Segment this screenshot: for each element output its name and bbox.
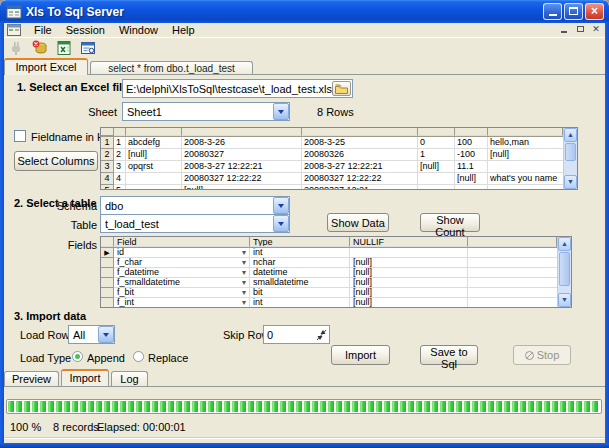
excel-grid-row[interactable]: 11abcdefg2008-3-262008-3-250100hello,man — [101, 137, 563, 149]
grid-cell: hello,man — [488, 137, 563, 149]
grid-cell — [488, 161, 563, 173]
tab-log[interactable]: Log — [111, 371, 148, 386]
grid-cell: what's you name — [488, 173, 563, 185]
grid-cell — [126, 173, 182, 185]
grid-cell: 2008-3-25 — [302, 137, 418, 149]
excel-grid-scrollbar[interactable]: ▲ ▼ — [563, 128, 577, 189]
excel-grid-row[interactable]: 55...[null]20080327 12:21 — [101, 185, 563, 189]
field-dropdown-icon[interactable]: ▾ — [242, 298, 246, 307]
replace-radio[interactable] — [133, 351, 144, 362]
schema-combo[interactable]: dbo — [100, 196, 290, 215]
chevron-down-icon[interactable] — [273, 197, 289, 214]
scroll-up-icon[interactable]: ▲ — [564, 128, 577, 142]
menu-window[interactable]: Window — [112, 23, 165, 37]
load-rows-combo[interactable]: All — [68, 325, 115, 344]
fields-grid-row[interactable]: f_datetime▾datetime[null] — [101, 268, 557, 278]
section1-title: 1. Select an Excel file — [17, 81, 128, 93]
field-name-cell[interactable]: id▾ — [114, 248, 250, 258]
field-name-cell[interactable]: f_int▾ — [114, 298, 250, 307]
tab-import[interactable]: Import — [61, 369, 109, 386]
field-dropdown-icon[interactable]: ▾ — [242, 268, 246, 277]
excel-file-icon[interactable] — [55, 39, 73, 57]
show-count-button[interactable]: Show Count — [420, 213, 480, 232]
query-window-icon[interactable] — [79, 39, 97, 57]
grid-cell: 100 — [455, 137, 488, 149]
col-field: Field — [114, 237, 250, 247]
scrollbar-thumb[interactable] — [559, 252, 570, 286]
fields-grid-row[interactable]: f_bit▾bit[null] — [101, 288, 557, 298]
field-name-cell[interactable]: f_bit▾ — [114, 288, 250, 298]
tab-preview[interactable]: Preview — [4, 371, 59, 386]
row-marker-cell — [101, 258, 114, 268]
field-dropdown-icon[interactable]: ▾ — [242, 258, 246, 267]
show-data-button[interactable]: Show Data — [327, 213, 389, 232]
sheet-combo[interactable]: Sheet1 — [122, 102, 290, 121]
row-marker-cell — [101, 288, 114, 298]
field-dropdown-icon[interactable]: ▾ — [242, 248, 246, 257]
folder-icon — [335, 84, 348, 94]
grid-cell: 1 — [114, 137, 126, 149]
menu-session[interactable]: Session — [59, 23, 112, 37]
fields-grid-scrollbar[interactable]: ▲ ▼ — [557, 237, 571, 307]
grid-cell: 2008-3-27 12:22:21 — [182, 161, 302, 173]
toolbar — [4, 38, 605, 58]
fields-grid-row[interactable]: f_int▾int[null] — [101, 298, 557, 307]
scroll-down-icon[interactable]: ▼ — [558, 293, 571, 307]
field-name-cell[interactable]: f_smalldatetime▾ — [114, 278, 250, 288]
connect-icon[interactable] — [7, 39, 25, 57]
mdi-restore-button[interactable] — [573, 24, 587, 36]
file-path-input[interactable] — [122, 79, 353, 98]
close-button[interactable]: × — [585, 3, 604, 20]
field-name-text: f_smalldatetime — [117, 278, 180, 287]
field-nullif-cell: [null] — [350, 258, 468, 268]
scrollbar-thumb[interactable] — [565, 143, 576, 161]
excel-grid-row[interactable]: 4420080327 12:22:2220080327 12:22:22[nul… — [101, 173, 563, 185]
chevron-down-icon[interactable] — [98, 326, 114, 343]
fields-grid-row[interactable]: f_char▾nchar[null] — [101, 258, 557, 268]
grid-cell: 11.1 — [455, 161, 488, 173]
excel-grid-row[interactable]: 33opqrst2008-3-27 12:22:212008-3-27 12:2… — [101, 161, 563, 173]
minimize-button[interactable] — [543, 3, 562, 20]
fieldname-in-header-checkbox[interactable] — [14, 130, 26, 142]
mdi-close-button[interactable]: ✕ — [589, 24, 603, 36]
select-columns-button[interactable]: Select Columns — [14, 151, 98, 171]
save-to-sql-button[interactable]: Save to Sql — [420, 345, 478, 365]
field-dropdown-icon[interactable]: ▾ — [242, 278, 246, 287]
fields-grid-row[interactable]: ▶id▾int — [101, 248, 557, 258]
table-combo[interactable]: t_load_test — [100, 214, 290, 233]
scroll-down-icon[interactable]: ▼ — [564, 175, 577, 189]
fields-grid-row[interactable]: f_smalldatetime▾smalldatetime[null] — [101, 278, 557, 288]
field-nullif-cell: [null] — [350, 288, 468, 298]
excel-grid-row[interactable]: 22[null]20080327200803261-100[null] — [101, 149, 563, 161]
stop-button[interactable]: Stop — [513, 345, 571, 365]
grid-cell — [488, 185, 563, 189]
grid-cell: [null] — [182, 185, 302, 189]
scroll-up-icon[interactable]: ▲ — [558, 237, 571, 251]
mdi-minimize-button[interactable] — [557, 24, 571, 36]
chevron-down-icon[interactable] — [273, 103, 289, 120]
row-marker-cell — [101, 278, 114, 288]
load-type-label: Load Type — [20, 352, 71, 364]
tab-import-excel[interactable]: Import Excel — [4, 58, 88, 75]
menu-file[interactable]: File — [27, 23, 59, 37]
up-down-icon — [315, 328, 328, 342]
import-button[interactable]: Import — [331, 345, 390, 365]
chevron-down-icon[interactable] — [273, 215, 289, 232]
append-radio[interactable] — [72, 351, 83, 362]
grid-cell: [null] — [418, 161, 455, 173]
grid-cell: 20080327 12:22:22 — [302, 173, 418, 185]
close-connection-icon[interactable] — [31, 39, 49, 57]
row-number-cell: 4 — [101, 173, 114, 185]
browse-folder-button[interactable] — [332, 81, 351, 96]
load-rows-label: Load Rows — [20, 329, 75, 341]
menu-help[interactable]: Help — [165, 23, 202, 37]
tab-select-query[interactable]: select * from dbo.t_load_test — [90, 61, 253, 75]
field-dropdown-icon[interactable]: ▾ — [242, 288, 246, 297]
app-window: Xls To Sql Server × File Session Window … — [0, 0, 609, 448]
field-nullif-cell: [null] — [350, 278, 468, 288]
skip-rows-spinner[interactable] — [314, 327, 329, 342]
field-name-cell[interactable]: f_char▾ — [114, 258, 250, 268]
field-name-cell[interactable]: f_datetime▾ — [114, 268, 250, 278]
maximize-button[interactable] — [564, 3, 583, 20]
load-rows-value: All — [69, 329, 98, 341]
